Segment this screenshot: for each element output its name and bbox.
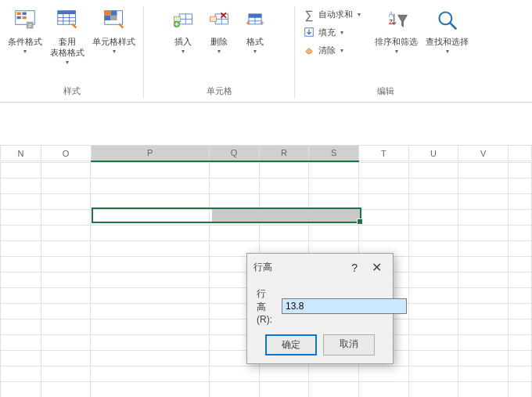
cell[interactable] [209,209,259,225]
ok-button[interactable]: 确定 [265,334,317,355]
cell[interactable] [1,256,41,272]
cell[interactable] [41,381,91,397]
cell[interactable] [458,193,509,209]
cell[interactable] [259,366,309,381]
cell[interactable] [1,366,41,381]
cell[interactable] [41,178,91,193]
cell[interactable] [209,225,259,240]
sheet-row[interactable] [1,193,532,209]
cell[interactable] [458,350,509,366]
close-button[interactable]: ✕ [367,258,386,276]
sheet-row[interactable] [1,178,532,193]
cell[interactable] [91,225,209,240]
col-header[interactable]: U [408,146,458,161]
cell[interactable] [41,350,91,366]
cell[interactable] [509,381,532,397]
delete-button[interactable]: 删除 ▾ [202,6,236,56]
cell[interactable] [1,334,41,350]
cell[interactable] [358,193,408,209]
cell[interactable] [509,256,532,272]
cell[interactable] [509,178,532,193]
col-header-selected[interactable]: Q [209,146,259,161]
cell[interactable] [91,381,209,397]
cell[interactable] [41,209,91,225]
col-header[interactable]: T [358,146,408,161]
cell[interactable] [91,272,209,287]
cell[interactable] [41,272,91,287]
cell[interactable] [91,256,209,272]
cell[interactable] [509,240,532,256]
cell[interactable] [509,209,532,225]
cell[interactable] [458,240,509,256]
sort-filter-button[interactable]: AZ 排序和筛选 ▾ [372,6,421,56]
cell[interactable] [1,162,41,178]
col-header-selected[interactable]: R [259,146,309,161]
cell[interactable] [259,178,309,193]
cell[interactable] [458,272,509,287]
cell[interactable] [509,272,532,287]
cell[interactable] [408,209,458,225]
cell[interactable] [509,319,532,334]
cell[interactable] [309,162,359,178]
cell[interactable] [91,366,209,381]
cell[interactable] [309,193,359,209]
cell[interactable] [41,193,91,209]
cell[interactable] [408,178,458,193]
cell[interactable] [91,193,209,209]
cell[interactable] [358,366,408,381]
cell[interactable] [209,381,259,397]
cell[interactable] [408,350,458,366]
col-header[interactable]: N [1,146,41,161]
cell[interactable] [1,272,41,287]
cell[interactable] [509,287,532,303]
table-format-button[interactable]: 套用 表格格式 ▾ [47,6,88,67]
cell[interactable] [509,303,532,319]
cell[interactable] [458,225,509,240]
cell[interactable] [309,225,359,240]
cell[interactable] [1,350,41,366]
fill-button[interactable]: 填充 ▾ [300,24,364,40]
col-header-selected[interactable]: P [91,146,209,161]
cell[interactable] [91,319,209,334]
cell[interactable] [408,272,458,287]
help-button[interactable]: ? [347,260,362,276]
cell[interactable] [408,162,458,178]
cell[interactable] [259,162,309,178]
cell[interactable] [509,193,532,209]
cell[interactable] [408,319,458,334]
cell[interactable] [259,225,309,240]
cell[interactable] [259,381,309,397]
cell[interactable] [91,334,209,350]
cell[interactable] [458,366,509,381]
cell[interactable] [41,366,91,381]
cell[interactable] [408,240,458,256]
sheet-row[interactable] [1,381,532,397]
col-header[interactable] [509,146,532,161]
cell[interactable] [458,381,509,397]
cell[interactable] [458,162,509,178]
find-select-button[interactable]: 查找和选择 ▾ [422,6,472,56]
sheet-row[interactable] [1,225,532,240]
cell[interactable] [509,350,532,366]
cell[interactable] [1,287,41,303]
cell[interactable] [41,256,91,272]
cell[interactable] [1,240,41,256]
cell[interactable] [41,303,91,319]
cell-styles-button[interactable]: 单元格样式 ▾ [89,6,138,56]
cell[interactable] [408,303,458,319]
cell[interactable] [209,178,259,193]
cell[interactable] [91,178,209,193]
col-header-selected[interactable]: S [309,146,359,161]
cell[interactable] [509,334,532,350]
cell[interactable] [41,319,91,334]
cell[interactable] [1,319,41,334]
cell[interactable] [358,225,408,240]
sheet-row[interactable] [1,162,532,178]
dialog-titlebar[interactable]: 行高 ? ✕ [247,254,393,281]
cell[interactable] [458,334,509,350]
cell[interactable] [509,225,532,240]
cell[interactable] [259,193,309,209]
cell[interactable] [358,178,408,193]
sheet-row[interactable] [1,209,532,225]
cell[interactable] [41,225,91,240]
